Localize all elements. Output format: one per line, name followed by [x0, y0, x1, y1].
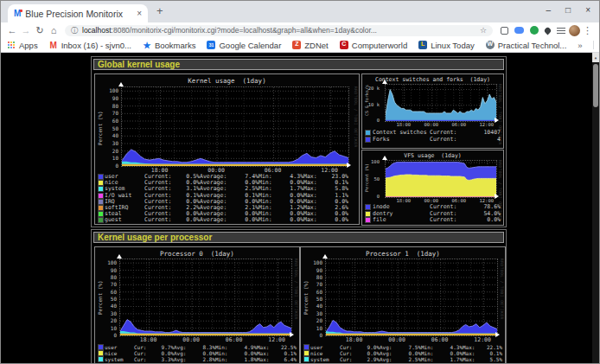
x-axis-tick-label: 18:00 — [137, 336, 160, 343]
page-scrollbar[interactable]: ▲ — [592, 53, 599, 363]
bookmark-wordpress[interactable]: WPractical Technol... — [486, 41, 567, 50]
bookmark-star-icon[interactable]: ☆ — [480, 26, 487, 35]
legend-row: Context switchesCurrent:10407 — [365, 129, 501, 136]
legend-series-name: guest — [105, 217, 144, 223]
legend-stat-label: Avg: — [174, 356, 193, 362]
bookmark-label: Linux Today — [431, 41, 475, 50]
chart-panel-vfs-usage[interactable]: VFS usage (1day) Percent (%) RRDTOOL / T… — [361, 150, 504, 226]
x-axis-tick-label: 00:00 — [420, 198, 443, 203]
y-axis-tick-label: 50 — [97, 125, 118, 131]
legend-stat-label: Cur: — [134, 350, 151, 356]
scrollbar-thumb[interactable] — [593, 64, 598, 107]
x-axis-arrow-icon — [495, 332, 500, 337]
tab-title: Blue Precision Monitorix — [25, 9, 133, 19]
browser-menu-icon[interactable]: ⋮ — [583, 25, 592, 36]
site-info-icon[interactable]: ⓘ — [71, 26, 78, 35]
back-button[interactable]: ← — [5, 25, 19, 35]
legend-swatch — [365, 130, 371, 136]
scroll-up-arrow[interactable]: ▲ — [592, 53, 599, 62]
x-axis-tick-label: 00:00 — [180, 336, 202, 343]
window-minimize-button[interactable]: – — [546, 5, 552, 15]
legend-stat-label: Max: — [463, 344, 480, 350]
bookmark-label: Computerworld — [352, 41, 407, 50]
legend-swatch — [98, 344, 104, 350]
legend-swatch — [98, 205, 104, 211]
address-bar[interactable]: ⓘ localhost:8080/monitorix-cgi/monitorix… — [65, 25, 493, 36]
legend-stat-value: 0.1% — [480, 350, 502, 356]
legend-stat-value: 0.0% — [357, 350, 380, 356]
y-axis-tick-label: 50 — [361, 176, 380, 182]
legend-stat-value: 0.0% — [324, 217, 348, 223]
reload-button[interactable]: ↻ — [33, 25, 47, 36]
legend-stat-label: Current: — [430, 137, 466, 143]
extension-blue-oval-icon[interactable] — [514, 27, 524, 34]
bookmark-calendar[interactable]: 31Google Calendar — [207, 41, 281, 50]
legend-stat-value: 0.0% — [279, 217, 303, 223]
context-switches-graph — [385, 84, 497, 122]
tab-list-icon[interactable] — [557, 28, 565, 34]
legend-stat-label: Avg: — [380, 356, 399, 362]
bookmarks-overflow-icon[interactable]: » — [578, 41, 582, 50]
legend-stat-label: Current: — [430, 130, 466, 136]
y-axis-tick-label: 10 — [95, 325, 117, 331]
chart-panel-kernel-usage[interactable]: Kernel usage (1day) Percent (%) RRDTOOL … — [94, 73, 360, 225]
processor-1-graph — [325, 259, 498, 336]
monitorix-favicon-icon: M — [14, 9, 21, 18]
kernel-usage-legend: userCurrent:0.5%Average:7.4%Min:4.3%Max:… — [98, 174, 356, 224]
home-button[interactable]: ⌂ — [47, 25, 61, 35]
legend-stat-value: 2.8% — [193, 356, 215, 362]
legend-row: softIRQCurrent:2.2%Average:2.1%Min:1.2%M… — [98, 205, 356, 211]
computerworld-icon: C — [340, 41, 348, 49]
bookmark-label: Google Calendar — [219, 41, 281, 50]
legend-swatch — [303, 356, 310, 362]
legend-stat-label: Min: — [215, 344, 234, 350]
extension-pin-icon[interactable] — [544, 26, 552, 35]
y-axis-tick-label: 10 k — [361, 102, 380, 108]
chart-panel-processor-1[interactable]: Processor 1 (1day) Percent (%) RRDTOOL /… — [300, 246, 506, 363]
tab-close-icon[interactable]: × — [137, 9, 142, 18]
legend-stat-label: Cur: — [340, 350, 357, 356]
extensions-row — [501, 26, 565, 35]
y-axis-tick-label: 20 k — [361, 86, 380, 92]
bookmark-gmail[interactable]: MInbox (16) - sjvn0... — [49, 41, 131, 50]
legend-row: stealCurrent:0.0%Average:0.0%Min:0.0%Max… — [98, 211, 356, 217]
legend-series-name: user — [310, 344, 340, 350]
y-axis-tick-label: 70 — [301, 281, 322, 287]
y-axis-tick-label: 80 — [95, 274, 117, 280]
x-axis-tick-label: 18:00 — [343, 336, 366, 343]
browser-tab[interactable]: M Blue Precision Monitorix × — [8, 4, 148, 22]
y-axis-arrow-icon — [118, 82, 124, 86]
legend-stat-label: Max: — [303, 217, 324, 223]
window-close-button[interactable]: × — [585, 5, 590, 15]
bookmark-apps[interactable]: Apps — [7, 41, 38, 50]
vfs-usage-graph — [385, 160, 497, 198]
rrdtool-watermark: RRDTOOL / TOBI OETIKER — [354, 86, 358, 148]
legend-stat-value: 4.9% — [234, 344, 257, 350]
bookmark-computerworld[interactable]: CComputerworld — [340, 41, 407, 50]
gmail-icon: M — [49, 41, 58, 49]
browser-window: M Blue Precision Monitorix × + – □ × ← →… — [0, 0, 600, 364]
extension-square-icon[interactable] — [501, 27, 508, 35]
y-axis-tick-label: 40 — [97, 132, 118, 138]
profile-avatar[interactable] — [569, 25, 580, 36]
chart-panel-processor-0[interactable]: Processor 0 (1day) Percent (%) RRDTOOL /… — [94, 246, 300, 363]
legend-stat-label: Cur: — [134, 356, 151, 362]
legend-stat-label: Max: — [257, 350, 274, 356]
monitorix-page: Global kernel usage Kernel usage (1day) … — [1, 53, 599, 363]
legend-row: niceCur:0.0%Avg:0.0%Min:0.0%Max:0.1% — [303, 350, 502, 356]
bookmark-zdnet[interactable]: ZZDNet — [292, 41, 328, 50]
window-maximize-button[interactable]: □ — [565, 5, 571, 15]
legend-row: IRQCurrent:0.0%Average:0.0%Min:0.0%Max:0… — [98, 199, 356, 205]
bookmark-star[interactable]: ★Bookmarks — [143, 41, 196, 50]
legend-series-name: system — [105, 356, 134, 362]
chart-panel-context-switches[interactable]: Context switches and forks (1day) CS & f… — [361, 73, 504, 149]
legend-stat-value: 2.5% — [399, 356, 421, 362]
bookmark-linuxtoday[interactable]: LLinux Today — [418, 41, 475, 50]
x-axis-arrow-icon — [495, 194, 499, 199]
section-title: Global kernel usage — [93, 59, 504, 70]
x-axis-tick-label: 00:00 — [205, 167, 227, 174]
forward-button[interactable]: → — [19, 25, 33, 35]
new-tab-button[interactable]: + — [156, 4, 163, 17]
legend-stat-value: 0.0% — [466, 217, 501, 223]
extension-green-circle-icon[interactable] — [530, 26, 539, 35]
